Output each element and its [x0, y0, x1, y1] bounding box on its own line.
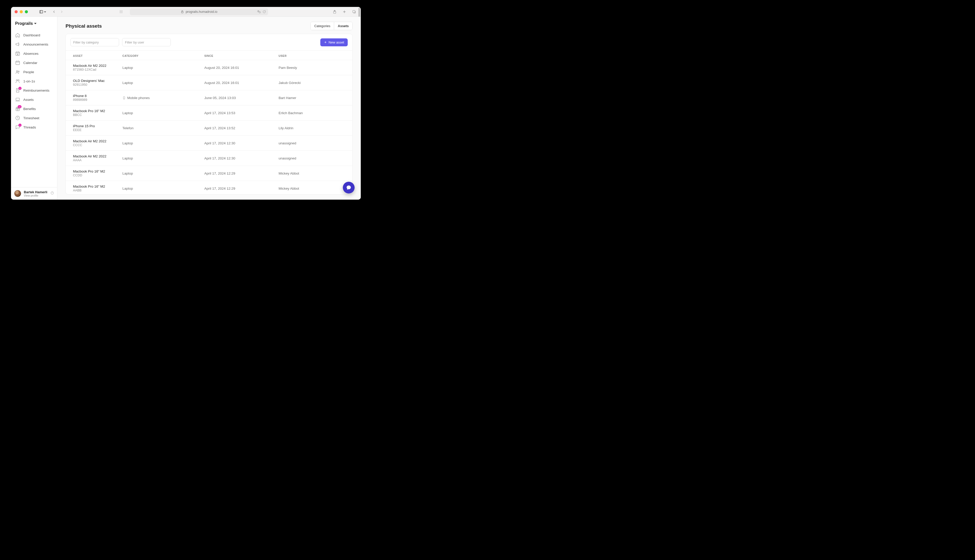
svg-point-10 [122, 13, 122, 13]
sidebar-item-label: 1-on-1s [23, 79, 35, 83]
translate-icon[interactable] [257, 10, 261, 13]
col-asset: ASSET [73, 54, 122, 57]
sidebar-item-absences[interactable]: Absences [13, 49, 55, 58]
sidebar-toggle-button[interactable] [39, 10, 46, 14]
new-asset-button[interactable]: New asset [320, 38, 348, 46]
profile-block[interactable]: Bartek Hamerli View profile [11, 187, 57, 200]
gift-icon: 11 [15, 106, 20, 111]
sidebar-item-benefits[interactable]: 11Benefits [13, 104, 55, 113]
asset-name: Macbook Pro 16" M2 [73, 170, 122, 173]
asset-name: Macbook Air M2 2022 [73, 154, 122, 158]
svg-rect-18 [16, 52, 20, 55]
people-icon [15, 69, 20, 75]
asset-serial: 92911950 [73, 83, 122, 87]
sidebar-item-threads[interactable]: 1Threads [13, 123, 55, 132]
table-row[interactable]: Macbook Pro 16" M2 CCDD Laptop April 17,… [66, 166, 352, 181]
view-toggle: Categories Assets [311, 22, 352, 30]
asset-since: April 17, 2024 13:52 [204, 126, 279, 130]
asset-user: unassigned [279, 141, 345, 145]
sidebar-item-label: Calendar [23, 61, 37, 65]
reload-icon[interactable] [262, 10, 266, 13]
svg-rect-34 [16, 98, 19, 100]
address-bar-url: prograils.humadroid.io [185, 10, 217, 13]
titlebar: prograils.humadroid.io [11, 7, 361, 17]
svg-rect-0 [40, 10, 43, 13]
assets-table: ASSET CATEGORY SINCE USER Macbook Air M2… [66, 51, 352, 194]
col-user: USER [279, 54, 345, 57]
asset-since: June 05, 2024 13:03 [204, 96, 279, 100]
close-window-button[interactable] [15, 10, 18, 13]
sidebar-item-reimbursements[interactable]: 2Reimbursements [13, 86, 55, 95]
new-tab-button[interactable] [341, 9, 347, 15]
filters-row: Filter by category Filter by user New as… [66, 34, 352, 51]
asset-category: Laptop [122, 81, 204, 85]
app-shell: Prograils DashboardAnnouncementsAbsences… [11, 17, 361, 200]
apps-grid-button[interactable] [118, 9, 124, 15]
svg-point-31 [18, 80, 19, 81]
calendar-icon [15, 60, 20, 65]
filter-category-select[interactable]: Filter by category [70, 38, 119, 46]
sidebar-item-dashboard[interactable]: Dashboard [13, 30, 55, 40]
org-switcher[interactable]: Prograils [11, 17, 57, 30]
asset-since: April 17, 2024 12:30 [204, 157, 279, 160]
table-row[interactable]: Macbook Air M2 2022 AAAA Laptop April 17… [66, 150, 352, 166]
chat-bubble-icon [346, 185, 352, 190]
window-controls [15, 10, 28, 13]
scrollbar-thumb[interactable] [359, 8, 360, 17]
logout-button[interactable] [50, 191, 54, 196]
asset-since: August 20, 2024 16:01 [204, 81, 279, 85]
filter-user-placeholder: Filter by user [125, 40, 144, 44]
table-row[interactable]: Macbook Air M2 2022 871560-12XCad Laptop… [66, 60, 352, 75]
svg-point-3 [121, 10, 121, 11]
page-title: Physical assets [65, 23, 102, 29]
sidebar-item-people[interactable]: People [13, 67, 55, 77]
minimize-window-button[interactable] [20, 10, 23, 13]
asset-name: Macbook Air M2 2022 [73, 139, 122, 143]
clock-icon [15, 115, 20, 120]
table-row[interactable]: OLD Designers' Mac 92911950 Laptop Augus… [66, 75, 352, 90]
sidebar-item-1-on-1s[interactable]: 1-on-1s [13, 77, 55, 86]
share-button[interactable] [332, 9, 338, 15]
asset-category: Laptop [122, 187, 204, 190]
sidebar-item-announcements[interactable]: Announcements [13, 40, 55, 49]
tab-assets[interactable]: Assets [334, 22, 352, 30]
sidebar-item-calendar[interactable]: Calendar [13, 58, 55, 67]
tab-categories[interactable]: Categories [311, 22, 334, 30]
table-row[interactable]: iPhone 15 Pro EEEE Telefon April 17, 202… [66, 120, 352, 135]
profile-name: Bartek Hamerli [24, 190, 47, 194]
maximize-window-button[interactable] [25, 10, 28, 13]
nav-forward-button[interactable] [58, 9, 65, 15]
svg-rect-11 [182, 12, 183, 13]
lock-icon [180, 10, 184, 13]
sidebar-item-label: Reimbursements [23, 88, 49, 92]
table-row[interactable]: Macbook Pro 16" M2 BBCC Laptop April 17,… [66, 105, 352, 120]
table-row[interactable]: Macbook Pro 16" M2 AABB Laptop April 17,… [66, 181, 352, 194]
svg-rect-17 [353, 10, 355, 13]
asset-serial: 89898989 [73, 98, 122, 102]
chat-icon: 1 [15, 125, 20, 130]
sidebar-badge: 1 [18, 123, 22, 127]
table-header: ASSET CATEGORY SINCE USER [66, 51, 352, 60]
asset-category: Laptop [122, 66, 204, 70]
svg-point-6 [121, 12, 121, 12]
sidebar-item-timesheet[interactable]: Timesheet [13, 113, 55, 123]
table-row[interactable]: iPhone 8 89898989 Mobile phones June 05,… [66, 90, 352, 105]
asset-name: iPhone 15 Pro [73, 124, 122, 128]
svg-point-9 [121, 13, 121, 13]
sidebar-item-assets[interactable]: Assets [13, 95, 55, 104]
chat-fab[interactable] [343, 182, 355, 193]
nav-back-button[interactable] [51, 9, 57, 15]
asset-since: April 17, 2024 12:29 [204, 187, 279, 190]
table-row[interactable]: Macbook Air M2 2022 CCCC Laptop April 17… [66, 135, 352, 150]
address-bar[interactable]: prograils.humadroid.io [130, 8, 268, 15]
svg-point-29 [18, 71, 19, 72]
home-icon [15, 33, 20, 38]
sidebar-item-label: Dashboard [23, 33, 40, 37]
asset-since: April 17, 2024 12:29 [204, 172, 279, 175]
svg-point-30 [16, 80, 17, 81]
filter-user-select[interactable]: Filter by user [122, 38, 171, 46]
tabs-overview-button[interactable] [351, 9, 357, 15]
asset-user: Bart Hamer [279, 96, 345, 100]
asset-name: iPhone 8 [73, 94, 122, 98]
svg-point-28 [17, 71, 18, 72]
